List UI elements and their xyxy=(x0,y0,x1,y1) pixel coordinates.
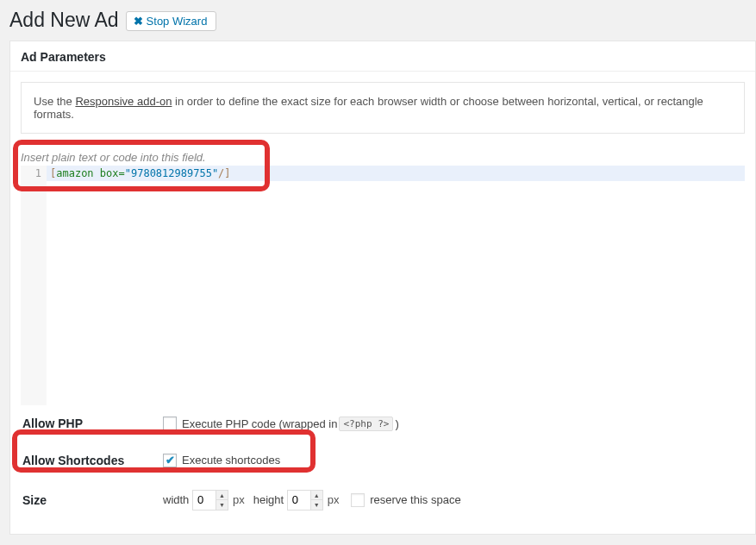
php-tag-chip: <?php ?> xyxy=(339,417,393,431)
width-unit: px xyxy=(233,493,245,506)
stop-wizard-button[interactable]: ✖ Stop Wizard xyxy=(126,11,217,31)
chevron-up-icon[interactable]: ▲ xyxy=(216,491,228,501)
allow-shortcodes-desc: Execute shortcodes xyxy=(182,454,280,467)
responsive-addon-link[interactable]: Responsive add-on xyxy=(75,95,172,108)
code-token-tag: amazon xyxy=(56,167,93,179)
code-lines[interactable]: [amazon box="9780812989755"/] xyxy=(47,166,745,405)
stop-wizard-label: Stop Wizard xyxy=(147,15,208,28)
height-spinner[interactable]: ▲▼ xyxy=(310,491,322,510)
code-token-attr: box= xyxy=(100,167,125,179)
option-label-allow-shortcodes: Allow Shortcodes xyxy=(22,454,163,467)
option-control-allow-shortcodes: Execute shortcodes xyxy=(163,454,745,467)
code-editor[interactable]: 1 [amazon box="9780812989755"/] xyxy=(21,166,745,405)
line-number: 1 xyxy=(21,167,41,179)
width-label: width xyxy=(163,493,189,506)
panel-title: Ad Parameters xyxy=(21,50,745,64)
height-label: height xyxy=(253,493,284,506)
chevron-down-icon[interactable]: ▼ xyxy=(310,500,322,510)
close-icon: ✖ xyxy=(134,15,143,28)
allow-php-desc-post: ) xyxy=(395,417,398,430)
panel-header: Ad Parameters xyxy=(10,41,755,72)
option-row-allow-shortcodes: Allow Shortcodes Execute shortcodes xyxy=(21,442,745,479)
option-control-allow-php: Execute PHP code (wrapped in <?php ?> ) xyxy=(163,417,745,431)
reserve-space-label: reserve this space xyxy=(370,493,461,506)
chevron-up-icon[interactable]: ▲ xyxy=(310,491,322,501)
page-title: Add New Ad xyxy=(9,8,119,34)
ad-parameters-panel: Ad Parameters Use the Responsive add-on … xyxy=(9,41,756,535)
option-row-allow-shortcodes-wrap: Allow Shortcodes Execute shortcodes xyxy=(21,442,745,479)
code-gutter: 1 xyxy=(21,166,47,405)
editor-placeholder-hint: Insert plain text or code into this fiel… xyxy=(21,149,745,166)
notice-text-pre: Use the xyxy=(34,95,75,108)
height-unit: px xyxy=(328,493,340,506)
option-row-allow-php: Allow PHP Execute PHP code (wrapped in <… xyxy=(21,405,745,442)
code-token-string: "9780812989755" xyxy=(125,167,218,179)
options-table: Allow PHP Execute PHP code (wrapped in <… xyxy=(21,405,745,522)
page-header: Add New Ad ✖ Stop Wizard xyxy=(0,0,756,41)
responsive-addon-notice: Use the Responsive add-on in order to de… xyxy=(21,82,745,134)
height-input-wrap: ▲▼ xyxy=(287,490,323,511)
allow-shortcodes-checkbox[interactable] xyxy=(163,454,177,467)
option-row-size: Size width ▲▼ px height ▲▼ px xyxy=(21,479,745,522)
code-editor-area: Insert plain text or code into this fiel… xyxy=(21,149,745,405)
option-label-size: Size xyxy=(22,493,163,507)
reserve-space-checkbox[interactable] xyxy=(351,493,365,507)
panel-body: Use the Responsive add-on in order to de… xyxy=(10,72,755,534)
chevron-down-icon[interactable]: ▼ xyxy=(216,500,228,510)
width-spinner[interactable]: ▲▼ xyxy=(216,491,228,510)
allow-php-checkbox[interactable] xyxy=(163,417,177,430)
option-control-size: width ▲▼ px height ▲▼ px reserve this sp… xyxy=(163,490,745,511)
option-label-allow-php: Allow PHP xyxy=(22,417,163,430)
width-input-wrap: ▲▼ xyxy=(192,490,228,511)
code-token-bracket-close: ] xyxy=(224,167,230,179)
code-line-1[interactable]: [amazon box="9780812989755"/] xyxy=(47,166,745,181)
allow-php-desc-pre: Execute PHP code (wrapped in xyxy=(182,417,337,430)
